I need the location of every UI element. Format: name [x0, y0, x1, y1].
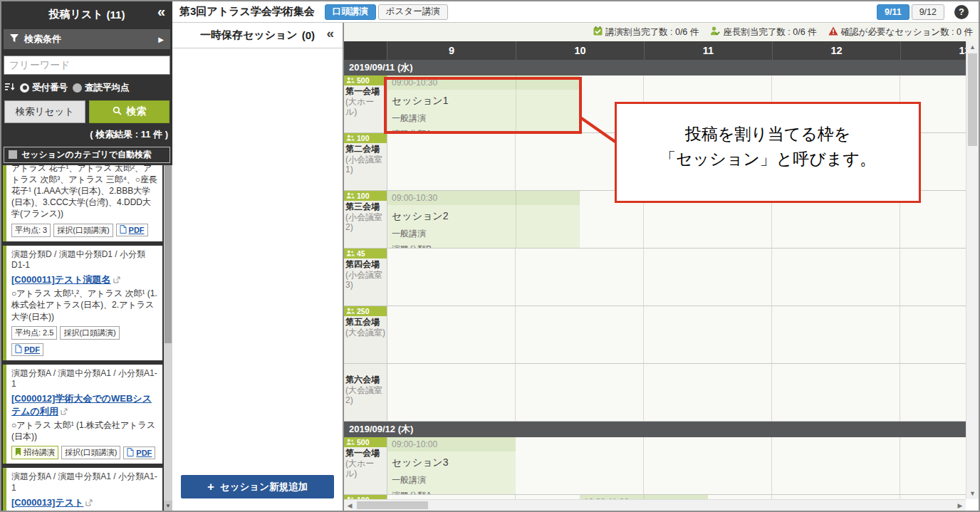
- freeword-input[interactable]: [4, 56, 170, 74]
- horizontal-scrollbar[interactable]: ◀ ▶: [344, 499, 966, 511]
- scroll-down-icon[interactable]: ▼: [164, 501, 172, 511]
- status-item: 講演割当完了数 : 0/6 件: [593, 26, 699, 38]
- room-cell: 500第一会場(大ホール): [344, 437, 387, 494]
- submission-item[interactable]: 演題分類D / 演題中分類D1 / 小分類D1-1[C000011]テスト演題名…: [3, 246, 162, 360]
- submission-badge: 平均点: 2.5: [11, 326, 57, 340]
- horizontal-scrollbar-thumb[interactable]: [357, 501, 428, 509]
- external-link-icon[interactable]: [113, 275, 120, 286]
- room-name: 第二会場: [344, 144, 387, 155]
- bookmark-icon: [15, 448, 21, 457]
- capacity-value: 500: [357, 438, 370, 446]
- submission-item[interactable]: アトラス 花子¹、アトラス 太郎²、アトラス 次郎³、アトラス 三郎⁴、○座長 …: [3, 165, 162, 241]
- room-name: 第三会場: [344, 202, 387, 212]
- submission-title-row: [C000011]テスト演題名: [11, 273, 158, 286]
- submission-list-count: (11): [107, 9, 125, 21]
- hour-label: 13: [900, 41, 966, 60]
- timetable-row: 100第三会場(小会議室2)09:00-10:30セッション2一般講演演題分類B: [344, 191, 966, 249]
- session-name: セッション2: [392, 210, 575, 223]
- session-category: 演題分類B: [392, 244, 575, 248]
- capacity-badge: 250: [344, 306, 387, 316]
- capacity-badge: [344, 364, 387, 374]
- sort-radio-receipt-number[interactable]: 受付番号: [20, 82, 68, 94]
- help-icon[interactable]: ?: [954, 5, 969, 19]
- collapse-sidebar-icon[interactable]: «: [157, 4, 165, 20]
- search-button[interactable]: 検索: [89, 100, 170, 123]
- capacity-badge: 45: [344, 249, 387, 258]
- filter-icon: [10, 34, 19, 45]
- people-icon: [346, 307, 355, 315]
- submission-item[interactable]: 演題分類A / 演題中分類A1 / 小分類A1-1[C000012]学術大会での…: [3, 365, 162, 464]
- search-conditions-bar[interactable]: 検索条件 ▶: [4, 29, 170, 49]
- pdf-link[interactable]: PDF: [123, 446, 155, 459]
- auto-search-checkbox-row[interactable]: セッションのカテゴリで自動検索: [4, 147, 170, 163]
- sidebar-scrollbar[interactable]: ▼: [164, 165, 172, 511]
- hour-label: 10: [516, 41, 644, 60]
- room-timeline[interactable]: [387, 306, 966, 363]
- session-time: 09:00-10:30: [387, 191, 580, 205]
- chair-person-check-icon: [710, 26, 720, 38]
- status-item: 座長割当完了数 : 0/6 件: [710, 26, 816, 38]
- room-timeline[interactable]: [387, 249, 966, 305]
- temp-session-count: (0): [302, 29, 315, 41]
- timetable-hour-header: 910111213: [344, 41, 966, 60]
- tab-poster-presentation[interactable]: ポスター講演: [378, 4, 448, 20]
- session-time: 09:00-10:30: [387, 75, 580, 90]
- room-name: 第四会場: [344, 259, 387, 270]
- room-timeline[interactable]: [387, 364, 966, 421]
- submission-list-header: 投稿リスト (11) «: [1, 1, 172, 27]
- submission-title-link[interactable]: [C000013]テスト: [11, 497, 83, 508]
- submission-authors: アトラス 花子¹、アトラス 太郎²、アトラス 次郎³、アトラス 三郎⁴、○座長 …: [11, 165, 158, 219]
- badge-label: 招待講演: [24, 447, 55, 458]
- date-button-9-12[interactable]: 9/12: [912, 4, 944, 20]
- room-timeline[interactable]: 09:00-10:00セッション3一般講演演題分類A: [387, 437, 966, 494]
- add-session-button[interactable]: + セッション新規追加: [181, 475, 334, 498]
- date-header: 2019/09/11 (水): [344, 60, 966, 75]
- room-column-spacer: [344, 41, 387, 60]
- room-timeline[interactable]: [387, 133, 966, 190]
- external-link-icon[interactable]: [85, 498, 93, 509]
- session-block[interactable]: 09:00-10:00セッション3一般講演演題分類A: [387, 437, 516, 494]
- room-name: 第一会場: [344, 86, 387, 97]
- room-cell: 100第二会場(小会議室1): [344, 133, 387, 190]
- room-timeline[interactable]: 09:00-10:30セッション2一般講演演題分類B: [387, 191, 966, 248]
- submission-item[interactable]: 演題分類A / 演題中分類A1 / 小分類A1-1[C000013]テスト: [3, 468, 162, 511]
- room-venue: (小会議室3): [344, 270, 387, 291]
- session-block[interactable]: 09:00-10:30セッション2一般講演演題分類B: [387, 191, 580, 248]
- scroll-right-icon[interactable]: ▶: [954, 500, 966, 511]
- session-name: セッション1: [392, 95, 575, 108]
- sidebar-scrollbar-thumb[interactable]: [165, 165, 172, 343]
- session-gridline: [516, 75, 516, 132]
- capacity-value: 100: [357, 134, 370, 142]
- checkbox-icon: [9, 150, 17, 159]
- vertical-scrollbar[interactable]: ▲ ▼: [966, 41, 979, 499]
- scroll-up-icon[interactable]: ▲: [966, 41, 979, 53]
- submission-list-panel: 投稿リスト (11) « 検索条件 ▶ 受付番号 査読平均点 検索リセット 検索…: [1, 1, 172, 511]
- submission-title-link[interactable]: [C000011]テスト演題名: [11, 274, 111, 285]
- collapse-panel-icon[interactable]: «: [326, 26, 334, 41]
- scroll-down-icon[interactable]: ▼: [966, 488, 979, 499]
- submission-category: 演題分類A / 演題中分類A1 / 小分類A1-1: [11, 471, 158, 494]
- date-button-9-11[interactable]: 9/11: [877, 4, 909, 20]
- scroll-left-icon[interactable]: ◀: [344, 500, 355, 511]
- submission-badge-row: PDF: [11, 343, 158, 356]
- external-link-icon[interactable]: [61, 407, 68, 418]
- room-cell: 100第三会場(小会議室2): [344, 191, 387, 248]
- session-block[interactable]: 09:00-10:30セッション1一般講演演題分類A: [387, 75, 580, 132]
- submission-title-link[interactable]: [C000012]学術大会でのWEBシステムの利用: [11, 393, 152, 417]
- vertical-scrollbar-thumb[interactable]: [968, 53, 977, 146]
- tab-oral-presentation[interactable]: 口頭講演: [325, 4, 376, 20]
- session-type: 一般講演: [392, 474, 511, 486]
- submission-authors: ○アトラス 太郎¹,²、アトラス 次郎¹ (1.株式会社アトラス(日本)、2.ア…: [11, 288, 158, 322]
- submission-badge: 採択(口頭講演): [61, 446, 120, 459]
- sort-radio-review-average[interactable]: 査読平均点: [73, 82, 130, 94]
- submission-badge-row: 招待講演採択(口頭講演)PDF: [11, 446, 158, 459]
- room-venue: (小会議室1): [344, 155, 387, 175]
- pdf-link[interactable]: PDF: [11, 343, 43, 356]
- search-reset-button[interactable]: 検索リセット: [4, 100, 85, 123]
- room-cell: 500第一会場(大ホール): [344, 75, 387, 132]
- pdf-link[interactable]: PDF: [116, 224, 148, 236]
- room-timeline[interactable]: 09:00-10:30セッション1一般講演演題分類A: [387, 75, 966, 132]
- app-window: 投稿リスト (11) « 検索条件 ▶ 受付番号 査読平均点 検索リセット 検索…: [0, 0, 980, 512]
- conference-title: 第3回アトラス学会学術集会: [179, 5, 315, 19]
- timetable-row: 45第四会場(小会議室3): [344, 249, 966, 306]
